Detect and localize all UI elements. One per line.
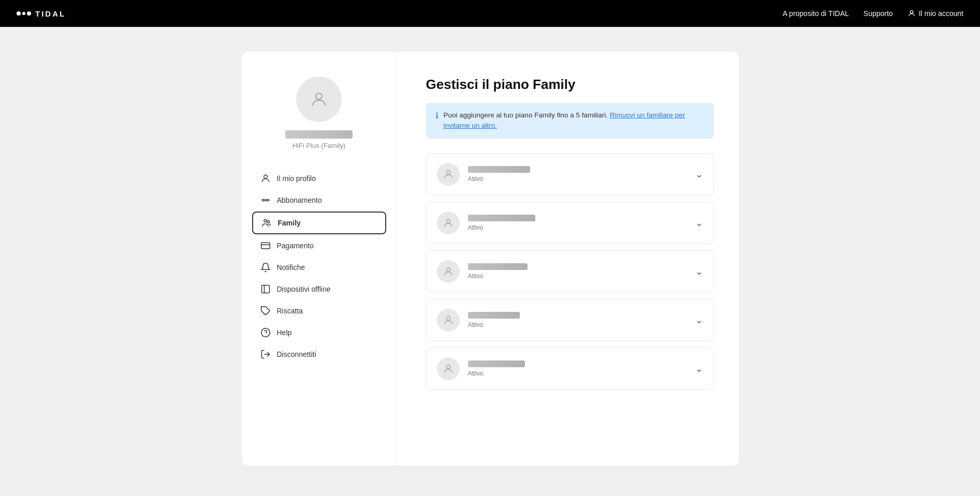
- page-title: Gestisci il piano Family: [426, 77, 714, 93]
- member-avatar-icon: [443, 217, 454, 229]
- chevron-down-icon[interactable]: ⌄: [695, 363, 703, 374]
- svg-point-17: [446, 219, 450, 222]
- sidebar-item-help[interactable]: Help: [252, 322, 386, 343]
- member-avatar-icon: [443, 363, 454, 374]
- info-banner: ℹ Puoi aggiungere al tuo piano Family fi…: [426, 103, 714, 139]
- sidebar-item-help-label: Help: [277, 328, 292, 337]
- svg-point-18: [446, 267, 450, 271]
- chevron-down-icon[interactable]: ⌄: [695, 314, 703, 326]
- sidebar-item-dispositivi-label: Dispositivi offline: [277, 285, 331, 293]
- sidebar-item-profilo-label: Il mio profilo: [277, 174, 316, 183]
- svg-rect-8: [261, 243, 270, 249]
- avatar-icon: [310, 90, 328, 109]
- tidal-logo-icon: [17, 11, 31, 16]
- member-status: Attivo: [468, 321, 687, 328]
- svg-point-6: [264, 219, 267, 222]
- member-info: Attivo: [468, 215, 687, 231]
- sidebar-item-riscatta[interactable]: Riscatta: [252, 300, 386, 321]
- sidebar-item-pagamento[interactable]: Pagamento: [252, 235, 386, 256]
- help-icon: [260, 327, 271, 338]
- page-body: HiFi Plus (Family) Il mio profilo Abbona…: [0, 27, 980, 496]
- svg-point-3: [262, 199, 264, 201]
- sidebar-item-notifiche-label: Notifiche: [277, 263, 305, 272]
- top-navigation: TIDAL A proposito di TIDAL Supporto Il m…: [0, 0, 980, 27]
- exit-icon: [260, 349, 271, 359]
- tidal-icon: [260, 195, 271, 205]
- main-card: HiFi Plus (Family) Il mio profilo Abbona…: [242, 52, 739, 465]
- member-info: Attivo: [468, 263, 687, 280]
- family-icon: [261, 218, 272, 228]
- account-link[interactable]: Il mio account: [908, 9, 963, 18]
- member-name: [468, 215, 535, 221]
- member-list: Attivo ⌄ Attivo ⌄: [426, 153, 714, 395]
- sidebar-nav: Il mio profilo Abbonamento Family: [242, 168, 397, 365]
- svg-point-13: [261, 328, 270, 337]
- member-card: Attivo ⌄: [426, 348, 714, 390]
- svg-point-16: [446, 170, 450, 174]
- member-status: Attivo: [468, 224, 687, 231]
- member-name: [468, 166, 530, 173]
- tag-icon: [260, 306, 271, 316]
- member-avatar-icon: [443, 169, 454, 180]
- sidebar-item-abbonamento-label: Abbonamento: [277, 196, 322, 204]
- member-avatar: [437, 309, 460, 332]
- user-icon: [260, 173, 271, 184]
- sidebar-item-pagamento-label: Pagamento: [277, 242, 314, 250]
- svg-point-19: [446, 316, 450, 320]
- member-info: Attivo: [468, 360, 687, 377]
- member-avatar-icon: [443, 266, 454, 277]
- member-status: Attivo: [468, 273, 687, 280]
- chevron-down-icon[interactable]: ⌄: [695, 169, 703, 180]
- book-icon: [260, 284, 271, 294]
- bell-icon: [260, 262, 271, 273]
- svg-point-0: [910, 11, 913, 13]
- sidebar-item-notifiche[interactable]: Notifiche: [252, 257, 386, 278]
- member-card: Attivo ⌄: [426, 250, 714, 293]
- info-icon: ℹ: [435, 111, 438, 121]
- member-status: Attivo: [468, 370, 687, 377]
- info-text: Puoi aggiungere al tuo piano Family fino…: [444, 110, 705, 131]
- sidebar-item-family-label: Family: [278, 219, 301, 227]
- sidebar: HiFi Plus (Family) Il mio profilo Abbona…: [242, 52, 397, 465]
- svg-point-4: [265, 199, 266, 201]
- topnav-links: A proposito di TIDAL Supporto Il mio acc…: [783, 9, 963, 18]
- member-avatar: [437, 212, 460, 234]
- svg-point-5: [267, 199, 269, 201]
- sidebar-item-disconnetti[interactable]: Disconnettiti: [252, 344, 386, 365]
- user-plan-label: HiFi Plus (Family): [292, 142, 346, 149]
- logo[interactable]: TIDAL: [17, 9, 66, 18]
- member-avatar: [437, 260, 460, 283]
- member-name: [468, 360, 525, 367]
- member-avatar: [437, 357, 460, 380]
- member-info: Attivo: [468, 166, 687, 183]
- member-status: Attivo: [468, 175, 687, 183]
- member-card: Attivo ⌄: [426, 299, 714, 341]
- avatar: [296, 77, 342, 122]
- svg-point-20: [446, 365, 450, 368]
- sidebar-item-abbonamento[interactable]: Abbonamento: [252, 190, 386, 211]
- chevron-down-icon[interactable]: ⌄: [695, 266, 703, 277]
- logo-text: TIDAL: [35, 9, 66, 18]
- member-card: Attivo ⌄: [426, 202, 714, 244]
- member-name: [468, 263, 528, 270]
- user-plan-blurred: [285, 130, 353, 139]
- svg-point-1: [316, 93, 322, 99]
- member-card: Attivo ⌄: [426, 153, 714, 196]
- member-avatar: [437, 163, 460, 186]
- account-icon: [908, 9, 916, 18]
- card-icon: [260, 241, 271, 251]
- svg-point-7: [267, 220, 269, 222]
- sidebar-item-profilo[interactable]: Il mio profilo: [252, 168, 386, 189]
- sidebar-item-family[interactable]: Family: [252, 212, 386, 234]
- support-link[interactable]: Supporto: [864, 9, 893, 18]
- sidebar-item-dispositivi[interactable]: Dispositivi offline: [252, 279, 386, 299]
- svg-point-2: [264, 175, 267, 178]
- sidebar-item-disconnetti-label: Disconnettiti: [277, 350, 316, 358]
- sidebar-item-riscatta-label: Riscatta: [277, 307, 303, 315]
- about-link[interactable]: A proposito di TIDAL: [783, 9, 849, 18]
- chevron-down-icon[interactable]: ⌄: [695, 217, 703, 229]
- member-info: Attivo: [468, 312, 687, 328]
- member-name: [468, 312, 520, 319]
- account-label: Il mio account: [919, 9, 963, 18]
- member-avatar-icon: [443, 314, 454, 326]
